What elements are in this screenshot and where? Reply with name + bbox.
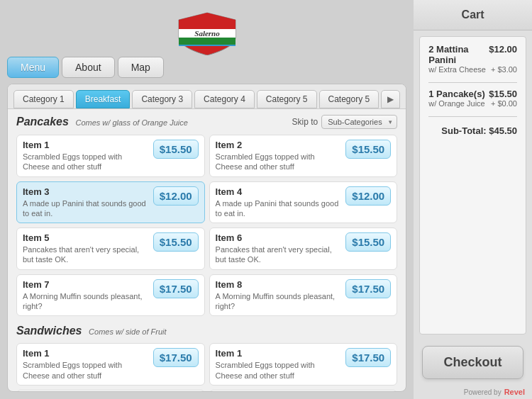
cart-subtotal: Sub-Total: $45.50 <box>428 123 517 136</box>
cat-tab-1[interactable]: Category 1 <box>13 90 74 108</box>
menu-item-p8[interactable]: Item 8 A Morning Muffin sounds pleasant,… <box>209 274 398 317</box>
menu-item-s2b[interactable]: Item 2 A made up Panini that sounds good… <box>209 390 398 391</box>
checkout-button[interactable]: Checkout <box>422 346 523 379</box>
menu-item-p4[interactable]: Item 4 A made up Panini that sounds good… <box>209 181 398 224</box>
tab-menu[interactable]: Menu <box>7 57 59 78</box>
pancakes-title: Pancakes Comes w/ glass of Orange Juice <box>16 116 188 128</box>
price-p7: $17.50 <box>153 279 199 298</box>
revel-brand: Revel <box>504 388 525 396</box>
menu-item-s1b[interactable]: Item 1 Scrambled Eggs topped with Cheese… <box>209 343 398 386</box>
cat-tab-breakfast[interactable]: Breakfast <box>76 90 131 108</box>
cat-tab-arrow[interactable]: ▶ <box>381 90 400 108</box>
menu-item-p2[interactable]: Item 2 Scrambled Eggs topped with Cheese… <box>209 135 398 177</box>
menu-item-s1a[interactable]: Item 1 Scrambled Eggs topped with Cheese… <box>16 343 205 386</box>
restaurant-logo: Salerno <box>172 9 243 55</box>
cat-tab-4[interactable]: Category 4 <box>194 90 255 108</box>
cart-item-1-mod-price: + $3.00 <box>491 65 517 74</box>
main-tabs: Menu About Map <box>7 57 406 78</box>
cart-subtotal-divider <box>428 116 517 117</box>
price-p6: $15.50 <box>345 232 391 252</box>
sub-categories-select[interactable]: Sub-Categories <box>321 115 397 129</box>
price-s1b: $17.50 <box>345 348 391 367</box>
price-s1a: $17.50 <box>153 348 199 367</box>
cart-item-1-price: $12.00 <box>489 44 517 55</box>
cart-item-2-mod-price: + $0.00 <box>491 99 517 108</box>
price-p5: $15.50 <box>153 232 199 252</box>
menu-item-s2a[interactable]: Item 2 A made up Panini that sounds good… <box>16 390 205 391</box>
menu-item-p6[interactable]: Item 6 Pancakes that aren't very special… <box>209 227 398 270</box>
pancakes-grid: Item 1 Scrambled Eggs topped with Cheese… <box>16 135 397 316</box>
cart-item-2-modifier: w/ Orange Juice <box>428 99 484 108</box>
cart-item-1-name: 2 Mattina Panini <box>428 44 489 65</box>
powered-by-text: Powered by <box>464 388 501 396</box>
skip-to: Skip to Sub-Categories ▼ <box>292 115 398 129</box>
menu-item-p3[interactable]: Item 3 A made up Panini that sounds good… <box>16 181 205 224</box>
svg-text:Salerno: Salerno <box>194 29 220 38</box>
menu-item-p7[interactable]: Item 7 A Morning Muffin sounds pleasant,… <box>16 274 205 317</box>
pancakes-header: Pancakes Comes w/ glass of Orange Juice … <box>16 115 397 129</box>
cat-tab-5b[interactable]: Category 5 <box>319 90 379 108</box>
sandwiches-grid: Item 1 Scrambled Eggs topped with Cheese… <box>16 343 397 391</box>
tab-about[interactable]: About <box>62 57 115 78</box>
cart-divider <box>428 82 517 83</box>
cat-tab-5a[interactable]: Category 5 <box>257 90 317 108</box>
svg-rect-3 <box>179 38 235 45</box>
category-tabs: Category 1 Breakfast Category 3 Category… <box>8 84 406 109</box>
price-p4: $12.00 <box>345 186 391 206</box>
price-p2: $15.50 <box>345 140 391 159</box>
logo-area: Salerno <box>7 7 406 57</box>
cart-item-2: 1 Pancake(s) $15.50 w/ Orange Juice + $0… <box>428 89 517 108</box>
tab-map[interactable]: Map <box>118 57 164 78</box>
powered-by-footer: Powered by Revel <box>414 385 532 399</box>
cart-item-1-modifier: w/ Extra Cheese <box>428 65 486 74</box>
cart-panel: Cart 2 Mattina Panini $12.00 w/ Extra Ch… <box>414 0 532 399</box>
cart-item-1: 2 Mattina Panini $12.00 w/ Extra Cheese … <box>428 44 517 74</box>
menu-item-p5[interactable]: Item 5 Pancakes that aren't very special… <box>16 227 205 270</box>
cat-tab-3[interactable]: Category 3 <box>132 90 192 108</box>
cart-items-list: 2 Mattina Panini $12.00 w/ Extra Cheese … <box>419 36 526 335</box>
menu-item-p1[interactable]: Item 1 Scrambled Eggs topped with Cheese… <box>16 135 205 177</box>
cart-item-2-name: 1 Pancake(s) <box>428 89 489 99</box>
cart-item-2-price: $15.50 <box>489 89 517 99</box>
sandwiches-header: Sandwiches Comes w/ side of Fruit <box>16 325 397 337</box>
menu-content: Pancakes Comes w/ glass of Orange Juice … <box>8 109 406 391</box>
content-box: Category 1 Breakfast Category 3 Category… <box>7 84 406 392</box>
price-p1: $15.50 <box>153 140 199 159</box>
cart-header: Cart <box>414 0 532 30</box>
price-p3: $12.00 <box>153 186 199 206</box>
price-p8: $17.50 <box>345 279 391 298</box>
